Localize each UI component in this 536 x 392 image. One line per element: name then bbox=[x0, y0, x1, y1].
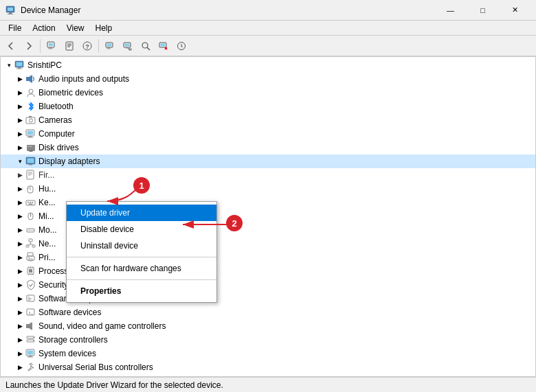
tree-item-displayadapters[interactable]: ▾ Display adapters bbox=[1, 154, 535, 168]
ctx-update-driver[interactable]: Update driver bbox=[67, 205, 216, 221]
tree-item-cameras[interactable]: ▶ Cameras bbox=[1, 113, 535, 127]
displayadapters-expand[interactable]: ▾ bbox=[14, 156, 25, 167]
biometric-icon bbox=[25, 87, 36, 98]
tree-item-usbdev[interactable]: ▶ Universal Serial Bus devices bbox=[1, 374, 535, 376]
ctx-properties[interactable]: Properties bbox=[67, 283, 216, 299]
network-toolbar-button[interactable] bbox=[120, 38, 136, 54]
tree-item-diskdrives[interactable]: ▶ Disk drives bbox=[1, 141, 535, 154]
computer-list-button[interactable] bbox=[43, 38, 60, 54]
forward-button[interactable] bbox=[21, 38, 37, 54]
root-expand[interactable]: ▾ bbox=[3, 60, 14, 71]
computer-toolbar-button[interactable] bbox=[102, 38, 118, 54]
tree-item-biometric[interactable]: ▶ Biometric devices bbox=[1, 86, 535, 100]
audio-expand[interactable]: ▶ bbox=[14, 73, 25, 84]
svg-rect-15 bbox=[107, 43, 112, 46]
svg-rect-75 bbox=[27, 253, 33, 256]
network-icon bbox=[25, 238, 36, 249]
menu-action[interactable]: Action bbox=[27, 22, 60, 34]
ctx-scan-hardware[interactable]: Scan for hardware changes bbox=[67, 260, 216, 277]
softwarecomponents-expand[interactable]: ▶ bbox=[14, 293, 25, 304]
status-bar: Launches the Update Driver Wizard for th… bbox=[0, 377, 536, 392]
svg-rect-49 bbox=[29, 164, 32, 165]
usbdev-expand[interactable]: ▶ bbox=[14, 376, 25, 376]
maximize-button[interactable]: □ bbox=[467, 0, 498, 21]
back-button[interactable] bbox=[3, 38, 19, 54]
biometric-expand[interactable]: ▶ bbox=[14, 87, 25, 98]
update-toolbar-button[interactable] bbox=[173, 38, 190, 54]
mouse-icon bbox=[25, 211, 36, 222]
keyboards-expand[interactable]: ▶ bbox=[14, 197, 25, 208]
audio-label: Audio inputs and outputs bbox=[38, 74, 129, 84]
storagecontrollers-expand[interactable]: ▶ bbox=[14, 334, 25, 345]
soundvideo-expand[interactable]: ▶ bbox=[14, 321, 25, 332]
bluetooth-icon bbox=[25, 101, 36, 112]
cameras-expand[interactable]: ▶ bbox=[14, 115, 25, 126]
menu-view[interactable]: View bbox=[61, 22, 90, 34]
diskdrives-label: Disk drives bbox=[38, 143, 79, 152]
tree-root[interactable]: ▾ SrishtiPC bbox=[1, 58, 535, 72]
usb-expand[interactable]: ▶ bbox=[14, 362, 25, 373]
svg-rect-50 bbox=[27, 170, 34, 179]
soundvideo-label: Sound, video and game controllers bbox=[38, 321, 166, 331]
tree-item-storagecontrollers[interactable]: ▶ Storage controllers bbox=[1, 333, 535, 347]
tree-item-systemdevices[interactable]: ▶ System devices bbox=[1, 347, 535, 360]
help-toolbar-button[interactable]: ? bbox=[79, 38, 96, 54]
svg-rect-39 bbox=[29, 116, 32, 117]
scan-toolbar-button[interactable] bbox=[137, 38, 154, 54]
main-content: ▾ SrishtiPC ▶ Audio input bbox=[0, 56, 536, 377]
printqueues-expand[interactable]: ▶ bbox=[14, 252, 25, 263]
tree-item-audio[interactable]: ▶ Audio inputs and outputs bbox=[1, 72, 535, 86]
svg-point-68 bbox=[32, 230, 34, 231]
svg-point-66 bbox=[28, 230, 30, 231]
mice-label: Mi... bbox=[38, 211, 54, 221]
close-button[interactable]: ✕ bbox=[500, 0, 531, 21]
svg-rect-42 bbox=[29, 136, 32, 137]
ctx-disable-device[interactable]: Disable device bbox=[67, 221, 216, 238]
svg-line-74 bbox=[31, 244, 34, 245]
svg-rect-58 bbox=[27, 202, 29, 203]
svg-rect-7 bbox=[48, 48, 53, 49]
ctx-uninstall-device[interactable]: Uninstall device bbox=[67, 238, 216, 254]
menu-help[interactable]: Help bbox=[90, 22, 118, 34]
tree-item-hid[interactable]: ▶ Hu... bbox=[1, 182, 535, 196]
menu-file[interactable]: File bbox=[3, 22, 27, 34]
minimize-button[interactable]: — bbox=[435, 0, 466, 21]
svg-rect-3 bbox=[8, 14, 13, 14]
svg-rect-19 bbox=[125, 43, 130, 46]
diskdrives-expand[interactable]: ▶ bbox=[14, 142, 25, 153]
tree-item-bluetooth[interactable]: ▶ Bluetooth bbox=[1, 100, 535, 113]
biometric-label: Biometric devices bbox=[38, 88, 103, 97]
svg-point-23 bbox=[142, 43, 148, 48]
network-expand[interactable]: ▶ bbox=[14, 238, 25, 249]
computer-expand[interactable]: ▶ bbox=[14, 128, 25, 139]
svg-point-98 bbox=[33, 341, 34, 342]
displayadapters-label: Display adapters bbox=[38, 157, 100, 166]
properties-toolbar-button[interactable] bbox=[61, 38, 78, 54]
softwaredevices-label: Software devices bbox=[38, 308, 101, 317]
camera-icon bbox=[25, 115, 36, 126]
softwaredevices-expand[interactable]: ▶ bbox=[14, 307, 25, 318]
app-icon bbox=[5, 5, 16, 16]
mice-expand[interactable]: ▶ bbox=[14, 211, 25, 222]
hid-expand[interactable]: ▶ bbox=[14, 183, 25, 194]
tree-item-firmware[interactable]: ▶ Fir... bbox=[1, 168, 535, 182]
systemdevices-label: System devices bbox=[38, 349, 96, 358]
modems-expand[interactable]: ▶ bbox=[14, 224, 25, 235]
tree-item-computer[interactable]: ▶ Computer bbox=[1, 127, 535, 141]
keyboards-label: Ke... bbox=[38, 198, 56, 207]
modem-icon bbox=[25, 224, 36, 235]
svg-line-73 bbox=[27, 244, 31, 245]
processors-expand[interactable]: ▶ bbox=[14, 266, 25, 277]
security-expand[interactable]: ▶ bbox=[14, 279, 25, 290]
tree-item-soundvideo[interactable]: ▶ Sound, video and game controllers bbox=[1, 319, 535, 333]
tree-item-softwaredevices[interactable]: ▶ Software devices bbox=[1, 305, 535, 319]
cameras-label: Cameras bbox=[38, 115, 72, 125]
firmware-expand[interactable]: ▶ bbox=[14, 170, 25, 181]
title-bar: Device Manager — □ ✕ bbox=[0, 0, 536, 21]
uninstall-toolbar-button[interactable] bbox=[155, 38, 172, 54]
svg-point-67 bbox=[30, 230, 32, 231]
svg-point-36 bbox=[29, 89, 33, 93]
systemdevices-expand[interactable]: ▶ bbox=[14, 348, 25, 359]
bluetooth-expand[interactable]: ▶ bbox=[14, 101, 25, 112]
tree-item-usb[interactable]: ▶ Universal Serial Bus controllers bbox=[1, 360, 535, 374]
